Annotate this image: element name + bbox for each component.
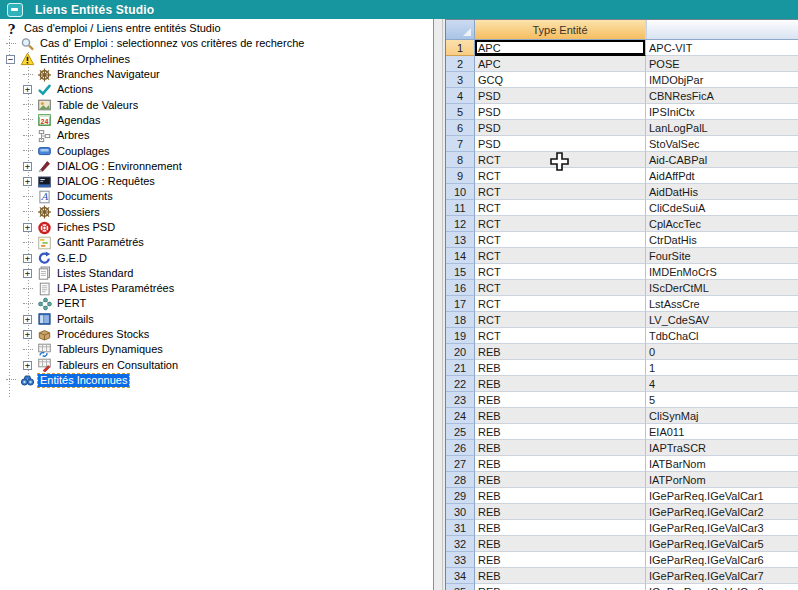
row-number-cell[interactable]: 9 bbox=[446, 168, 475, 184]
tree-item[interactable]: Dossiers bbox=[0, 205, 433, 220]
row-number-cell[interactable]: 29 bbox=[446, 488, 475, 504]
type-cell[interactable]: GCQ bbox=[475, 72, 646, 88]
row-number-cell[interactable]: 35 bbox=[446, 584, 475, 590]
row-number-cell[interactable]: 25 bbox=[446, 424, 475, 440]
expander-plus-icon[interactable]: + bbox=[23, 223, 32, 232]
column-header-type-entite[interactable]: Type Entité bbox=[475, 20, 646, 39]
tree-item[interactable]: Table de Valeurs bbox=[0, 97, 433, 112]
type-cell[interactable]: REB bbox=[475, 376, 646, 392]
name-cell[interactable]: LanLogPalL bbox=[646, 120, 798, 136]
type-cell[interactable]: APC bbox=[475, 56, 646, 72]
type-cell[interactable]: PSD bbox=[475, 88, 646, 104]
row-number-cell[interactable]: 4 bbox=[446, 88, 475, 104]
expander-plus-icon[interactable]: + bbox=[23, 177, 32, 186]
tree-item[interactable]: + Actions bbox=[0, 82, 433, 97]
name-cell[interactable]: EIA011 bbox=[646, 424, 798, 440]
tree-item[interactable]: + Tableurs en Consultation bbox=[0, 358, 433, 373]
name-cell[interactable]: CBNResFicA bbox=[646, 88, 798, 104]
name-cell[interactable]: TdbChaCl bbox=[646, 328, 798, 344]
type-cell[interactable]: REB bbox=[475, 552, 646, 568]
tree-item[interactable]: − Entités Orphelines bbox=[0, 52, 433, 67]
expander-minus-icon[interactable]: − bbox=[6, 55, 15, 64]
name-cell[interactable]: FourSite bbox=[646, 248, 798, 264]
tree-item[interactable]: ? Cas d'emploi / Liens entre entités Stu… bbox=[0, 21, 433, 36]
row-number-cell[interactable]: 11 bbox=[446, 200, 475, 216]
row-number-cell[interactable]: 17 bbox=[446, 296, 475, 312]
type-cell[interactable]: REB bbox=[475, 472, 646, 488]
type-cell[interactable]: PSD bbox=[475, 120, 646, 136]
name-cell[interactable]: IATBarNom bbox=[646, 456, 798, 472]
expander-plus-icon[interactable]: + bbox=[23, 162, 32, 171]
expander-plus-icon[interactable]: + bbox=[23, 315, 32, 324]
name-cell[interactable]: AidDatHis bbox=[646, 184, 798, 200]
name-cell[interactable]: LV_CdeSAV bbox=[646, 312, 798, 328]
expander-plus-icon[interactable]: + bbox=[23, 361, 32, 370]
type-cell[interactable]: RCT bbox=[475, 328, 646, 344]
type-cell[interactable]: RCT bbox=[475, 152, 646, 168]
name-cell[interactable]: 4 bbox=[646, 376, 798, 392]
row-number-cell[interactable]: 27 bbox=[446, 456, 475, 472]
row-number-cell[interactable]: 20 bbox=[446, 344, 475, 360]
name-cell[interactable]: Aid-CABPal bbox=[646, 152, 798, 168]
name-cell[interactable]: CliSynMaj bbox=[646, 408, 798, 424]
type-cell[interactable]: RCT bbox=[475, 168, 646, 184]
expander-plus-icon[interactable]: + bbox=[23, 85, 32, 94]
panel-splitter[interactable] bbox=[433, 19, 445, 590]
type-cell[interactable]: REB bbox=[475, 392, 646, 408]
name-cell[interactable]: IGeParReq.IGeValCar1 bbox=[646, 488, 798, 504]
name-cell[interactable]: IATPorNom bbox=[646, 472, 798, 488]
name-cell[interactable]: POSE bbox=[646, 56, 798, 72]
tree-item[interactable]: Entités Inconnues bbox=[0, 373, 433, 388]
tree-item[interactable]: Tableurs Dynamiques bbox=[0, 342, 433, 357]
type-cell[interactable]: REB bbox=[475, 424, 646, 440]
row-number-cell[interactable]: 28 bbox=[446, 472, 475, 488]
row-number-cell[interactable]: 10 bbox=[446, 184, 475, 200]
tree-item[interactable]: Arbres bbox=[0, 128, 433, 143]
type-cell[interactable]: REB bbox=[475, 520, 646, 536]
type-cell[interactable]: REB bbox=[475, 344, 646, 360]
row-number-cell[interactable]: 14 bbox=[446, 248, 475, 264]
type-cell[interactable]: RCT bbox=[475, 200, 646, 216]
type-cell[interactable]: REB bbox=[475, 568, 646, 584]
row-number-cell[interactable]: 3 bbox=[446, 72, 475, 88]
select-all-corner-cell[interactable] bbox=[446, 20, 475, 39]
type-cell[interactable]: RCT bbox=[475, 232, 646, 248]
type-cell[interactable]: RCT bbox=[475, 312, 646, 328]
row-number-cell[interactable]: 32 bbox=[446, 536, 475, 552]
row-number-cell[interactable]: 13 bbox=[446, 232, 475, 248]
tree-item[interactable]: PERT bbox=[0, 296, 433, 311]
name-cell[interactable]: IGeParReq.IGeValCar6 bbox=[646, 552, 798, 568]
type-cell[interactable]: PSD bbox=[475, 136, 646, 152]
name-cell[interactable]: AidAffPdt bbox=[646, 168, 798, 184]
type-cell[interactable]: REB bbox=[475, 440, 646, 456]
row-number-cell[interactable]: 18 bbox=[446, 312, 475, 328]
tree-item[interactable]: A Documents bbox=[0, 189, 433, 204]
type-cell[interactable]: RCT bbox=[475, 184, 646, 200]
row-number-cell[interactable]: 16 bbox=[446, 280, 475, 296]
tree-item[interactable]: Cas d' Emploi : selectionnez vos critère… bbox=[0, 36, 433, 51]
name-cell[interactable]: CtrDatHis bbox=[646, 232, 798, 248]
expander-plus-icon[interactable]: + bbox=[23, 254, 32, 263]
tree-item[interactable]: + DIALOG : Requêtes bbox=[0, 174, 433, 189]
type-cell[interactable]: RCT bbox=[475, 216, 646, 232]
name-cell[interactable]: 0 bbox=[646, 344, 798, 360]
row-number-cell[interactable]: 7 bbox=[446, 136, 475, 152]
name-cell[interactable]: IGeParReq.IGeValCar8 bbox=[646, 584, 798, 590]
row-number-cell[interactable]: 6 bbox=[446, 120, 475, 136]
name-cell[interactable]: IGeParReq.IGeValCar5 bbox=[646, 536, 798, 552]
tree-item[interactable]: + Fiches PSD bbox=[0, 220, 433, 235]
tree-item[interactable]: Couplages bbox=[0, 143, 433, 158]
name-cell[interactable]: IGeParReq.IGeValCar2 bbox=[646, 504, 798, 520]
row-number-cell[interactable]: 22 bbox=[446, 376, 475, 392]
tree-item[interactable]: LPA Listes Paramétrées bbox=[0, 281, 433, 296]
type-cell[interactable]: REB bbox=[475, 456, 646, 472]
tree-item[interactable]: + Portails bbox=[0, 312, 433, 327]
name-cell[interactable]: IScDerCtML bbox=[646, 280, 798, 296]
type-cell[interactable]: REB bbox=[475, 584, 646, 590]
row-number-cell[interactable]: 1 bbox=[446, 40, 475, 56]
row-number-cell[interactable]: 21 bbox=[446, 360, 475, 376]
type-cell[interactable]: REB bbox=[475, 504, 646, 520]
row-number-cell[interactable]: 8 bbox=[446, 152, 475, 168]
name-cell[interactable]: IMDObjPar bbox=[646, 72, 798, 88]
name-cell[interactable]: IMDEnMoCrS bbox=[646, 264, 798, 280]
